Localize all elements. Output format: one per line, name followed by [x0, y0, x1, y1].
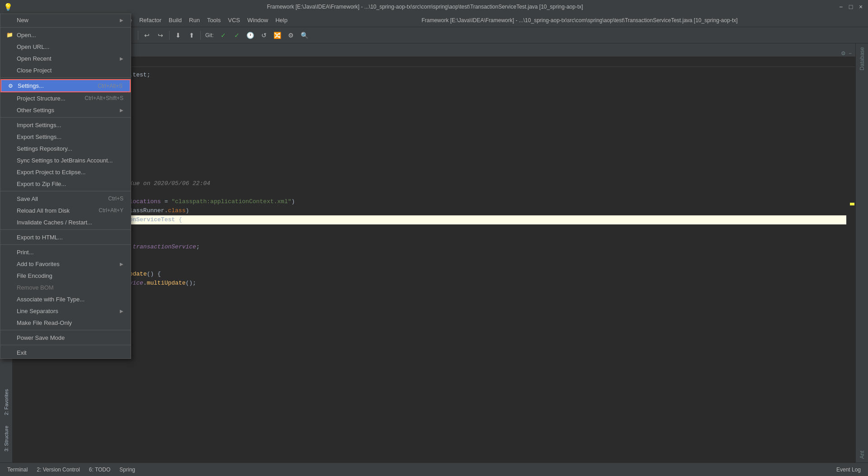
code-line-4 [52, 98, 846, 107]
menu-item-help[interactable]: Help [272, 14, 291, 27]
app-icon: 💡 [4, 3, 13, 11]
menu-save-all[interactable]: Save All Ctrl+S [0, 193, 131, 205]
status-version-control[interactable]: 2: Version Control [33, 466, 83, 474]
code-line-12: /** [52, 170, 846, 179]
menu-export-html[interactable]: Export to HTML... [0, 231, 131, 243]
git-check-2[interactable]: ✓ [231, 29, 243, 41]
separator-4 [0, 191, 131, 191]
editor-content: ● ● 1 2 3 1 [13, 67, 855, 462]
git-settings[interactable]: ⚙ [285, 29, 297, 41]
git-search[interactable]: 🔍 [299, 29, 311, 41]
minimize-button[interactable]: − [837, 3, 844, 10]
title-bar-left: 💡 [4, 3, 13, 11]
other-settings-arrow: ▶ [120, 108, 123, 113]
separator-3 [0, 117, 131, 118]
code-line-7 [52, 125, 846, 134]
menu-line-separators[interactable]: Line Separators ▶ [0, 305, 131, 317]
status-todo[interactable]: 6: TODO [85, 466, 114, 474]
menu-item-tools[interactable]: Tools [203, 14, 224, 27]
menu-import-settings[interactable]: Import Settings... [0, 119, 131, 131]
git-rollback[interactable]: ↺ [258, 29, 270, 41]
code-line-21 [52, 252, 846, 261]
code-line-17: public class TransactionServiceTest { [52, 215, 846, 224]
menu-add-favorites[interactable]: Add to Favorites ▶ [0, 258, 131, 270]
git-history[interactable]: 🕐 [245, 29, 256, 41]
menu-export-settings[interactable]: Export Settings... [0, 131, 131, 143]
menu-item-vcs[interactable]: VCS [224, 14, 244, 27]
code-area[interactable]: package com.spring.aop.test; import ...;… [44, 67, 846, 462]
menu-export-eclipse[interactable]: Export Project to Eclipse... [0, 166, 131, 178]
vcs-push-button[interactable]: ⬆ [186, 29, 198, 41]
menu-new[interactable]: New ▶ [0, 14, 131, 26]
new-arrow: ▶ [120, 18, 123, 23]
menu-reload[interactable]: Reload All from Disk Ctrl+Alt+Y [0, 205, 131, 216]
project-structure-shortcut: Ctrl+Alt+Shift+S [85, 95, 123, 101]
status-event-log[interactable]: Event Log [833, 466, 864, 474]
git-check-1[interactable]: ✓ [217, 29, 229, 41]
code-line-5 [52, 107, 846, 116]
collapse-icon[interactable]: − [849, 50, 852, 57]
sidebar-database[interactable]: Database [857, 43, 867, 74]
save-all-shortcut: Ctrl+S [108, 195, 123, 202]
sidebar-item-structure[interactable]: 3: Structure [2, 422, 11, 455]
code-line-23: public void multiUpdate() { [52, 270, 846, 279]
close-button[interactable]: × [857, 3, 864, 10]
status-bar: Terminal 2: Version Control 6: TODO Spri… [0, 462, 868, 476]
code-line-3: import ...; [52, 89, 846, 98]
tab-bar: ☕ TransactionServiceTest.java × ⚙ − [13, 43, 855, 57]
menu-settings-repo[interactable]: Settings Repository... [0, 143, 131, 154]
code-line-20: TransactionService transactionService; [52, 243, 846, 252]
menu-open[interactable]: 📁 Open... [0, 29, 131, 41]
undo-button[interactable]: ↩ [141, 29, 153, 41]
toolbar-sep-3 [169, 31, 170, 40]
vcs-update-button[interactable]: ⬇ [172, 29, 184, 41]
menu-item-refactor[interactable]: Refactor [136, 14, 165, 27]
separator-7 [0, 330, 131, 330]
sidebar-structure-label: 3: Structure [4, 426, 9, 452]
menu-export-zip[interactable]: Export to Zip File... [0, 178, 131, 190]
menu-title: Framework [E:\Java\IDEA\Framework] - ...… [291, 17, 868, 24]
code-line-22: @Test [52, 261, 846, 270]
title-bar-title: Framework [E:\Java\IDEA\Framework] - ...… [13, 4, 837, 10]
status-right: Event Log [833, 466, 864, 474]
menu-item-window[interactable]: Window [244, 14, 272, 27]
add-favorites-arrow: ▶ [120, 262, 123, 267]
editor-area: ☕ TransactionServiceTest.java × ⚙ − Tran… [13, 43, 855, 462]
code-line-16: @RunWith(SpringJUnit4ClassRunner.class) [52, 206, 846, 215]
sidebar-favorites-label: 2: Favorites [4, 389, 9, 415]
maximize-button[interactable]: □ [847, 3, 854, 10]
separator-6 [0, 244, 131, 245]
open-icon: 📁 [6, 32, 13, 38]
menu-print[interactable]: Print... [0, 246, 131, 258]
menu-other-settings[interactable]: Other Settings ▶ [0, 104, 131, 116]
menu-associate-file-type[interactable]: Associate with File Type... [0, 293, 131, 305]
redo-button[interactable]: ↪ [155, 29, 166, 41]
menu-file-encoding[interactable]: File Encoding [0, 270, 131, 281]
menu-item-build[interactable]: Build [165, 14, 185, 27]
sidebar-item-favorites[interactable]: 2: Favorites [2, 386, 11, 419]
menu-exit[interactable]: Exit [0, 347, 131, 358]
separator-1 [0, 27, 131, 28]
code-line-14: */ [52, 188, 846, 197]
code-line-18 [52, 224, 846, 233]
code-line-25: } [52, 288, 846, 297]
settings-gear-icon[interactable]: ⚙ [841, 50, 846, 57]
status-terminal[interactable]: Terminal [4, 466, 31, 474]
git-label: Git: [205, 32, 214, 38]
separator-5 [0, 229, 131, 230]
menu-open-url[interactable]: Open URL... [0, 41, 131, 52]
menu-make-read-only[interactable]: Make File Read-Only [0, 317, 131, 328]
toolbar-sep-4 [200, 31, 201, 40]
menu-project-structure[interactable]: Project Structure... Ctrl+Alt+Shift+S [0, 92, 131, 104]
menu-open-recent[interactable]: Open Recent ▶ [0, 52, 131, 64]
git-branches[interactable]: 🔀 [272, 29, 283, 41]
sidebar-ant[interactable]: Ant [857, 447, 867, 462]
menu-settings[interactable]: ⚙ Settings... Ctrl+Alt+S [0, 79, 131, 92]
menu-item-run[interactable]: Run [185, 14, 203, 27]
menu-power-save[interactable]: Power Save Mode [0, 332, 131, 343]
status-spring[interactable]: Spring [116, 466, 139, 474]
line-separators-arrow: ▶ [120, 309, 123, 314]
menu-invalidate[interactable]: Invalidate Caches / Restart... [0, 216, 131, 228]
menu-close-project[interactable]: Close Project [0, 64, 131, 76]
menu-sync-settings[interactable]: Sync Settings to JetBrains Account... [0, 154, 131, 166]
